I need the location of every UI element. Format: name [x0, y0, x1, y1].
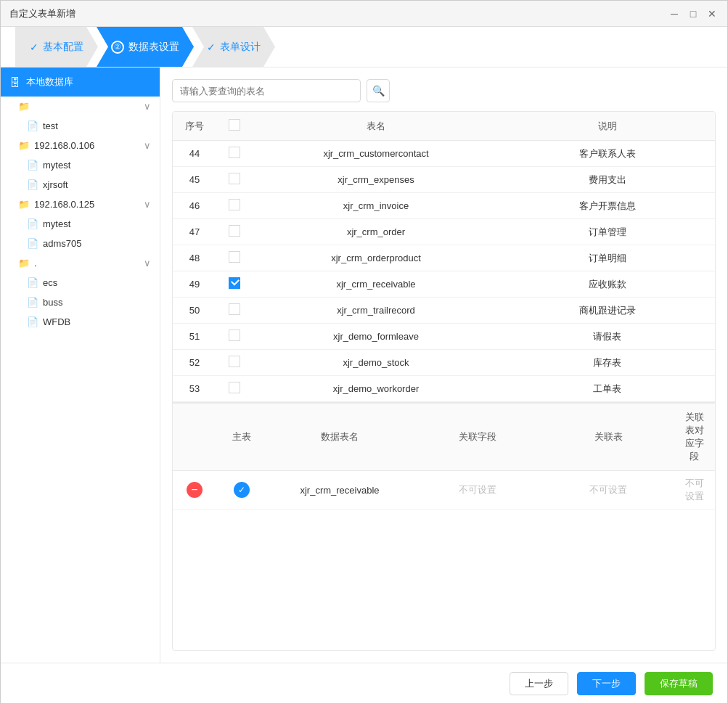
- col-header-main: 主表: [216, 403, 267, 471]
- prev-button[interactable]: 上一步: [510, 672, 568, 695]
- relation-table-disabled: 不可设置: [589, 484, 627, 495]
- sidebar-item-ip2-folder[interactable]: 📁 192.168.0.125 ∨: [1, 195, 160, 214]
- steps-bar: ✓ 基本配置 ② 数据表设置 ✓ 表单设计: [1, 27, 727, 67]
- seq-cell: 49: [173, 271, 216, 298]
- row-checkbox[interactable]: [229, 356, 240, 367]
- table-row: 48 xjr_crm_orderproduct 订单明细: [173, 245, 715, 271]
- desc-cell: 客户联系人表: [499, 141, 715, 167]
- sidebar-ip1-label: 192.168.0.106: [34, 140, 94, 151]
- sidebar-item-adms705[interactable]: 📄 adms705: [1, 234, 160, 253]
- search-button[interactable]: 🔍: [367, 79, 390, 102]
- chevron-down-icon: ∨: [144, 199, 151, 210]
- chevron-down-icon: ∨: [144, 101, 151, 112]
- sidebar-item-mytest2[interactable]: 📄 mytest: [1, 214, 160, 234]
- step-datasetting[interactable]: ② 数据表设置: [97, 27, 194, 67]
- table-row: 52 xjr_demo_stock 库存表: [173, 350, 715, 376]
- seq-cell: 46: [173, 193, 216, 219]
- desc-cell: 库存表: [499, 350, 715, 376]
- seq-cell: 48: [173, 245, 216, 271]
- sidebar-item-mytest1[interactable]: 📄 mytest: [1, 155, 160, 175]
- file-icon: 📄: [27, 179, 38, 190]
- select-all-checkbox[interactable]: [229, 119, 240, 131]
- desc-cell: 订单明细: [499, 245, 715, 271]
- sidebar-item-xjrsoft[interactable]: 📄 xjrsoft: [1, 175, 160, 195]
- sidebar-item-buss[interactable]: 📄 buss: [1, 292, 160, 312]
- close-button[interactable]: ✕: [705, 7, 719, 20]
- table-row: 46 xjr_crm_invoice 客户开票信息: [173, 193, 715, 219]
- footer: 上一步 下一步 保存草稿: [1, 663, 727, 703]
- sidebar-item-wfdb[interactable]: 📄 WFDB: [1, 312, 160, 332]
- row-checkbox[interactable]: [229, 251, 240, 263]
- col-header-datatablename: 数据表名: [267, 403, 412, 471]
- step-basic[interactable]: ✓ 基本配置: [15, 27, 98, 67]
- tablename-cell: xjr_crm_orderproduct: [253, 245, 499, 271]
- folder-icon: 📁: [18, 258, 30, 269]
- sidebar-item-ip1-folder[interactable]: 📁 192.168.0.106 ∨: [1, 136, 160, 155]
- col-header-relatedtable: 关联表: [543, 403, 674, 471]
- window-title: 自定义表单新增: [9, 7, 75, 20]
- col-header-relatedtablefield: 关联表对应字段: [674, 403, 715, 471]
- step-basic-icon: ✓: [30, 41, 38, 53]
- save-draft-button[interactable]: 保存草稿: [645, 672, 713, 695]
- window-controls: ─ □ ✕: [668, 7, 719, 20]
- desc-cell: 订单管理: [499, 219, 715, 245]
- file-icon: 📄: [27, 297, 38, 308]
- sidebar-item-root-folder[interactable]: 📁 ∨: [1, 97, 160, 116]
- remove-relation-button[interactable]: −: [187, 482, 203, 498]
- sidebar-adms705-label: adms705: [43, 238, 81, 249]
- checkbox-cell: [216, 245, 253, 271]
- seq-cell: 45: [173, 167, 216, 193]
- relation-table: 主表 数据表名 关联字段 关联表 关联表对应字段 −: [173, 402, 715, 509]
- sidebar-item-test[interactable]: 📄 test: [1, 116, 160, 136]
- next-button[interactable]: 下一步: [577, 672, 636, 695]
- relation-field-cell: 不可设置: [412, 471, 543, 509]
- search-bar: 🔍: [172, 79, 716, 102]
- sidebar-item-ecs[interactable]: 📄 ecs: [1, 273, 160, 292]
- desc-cell: 商机跟进记录: [499, 298, 715, 324]
- step-datasetting-num: ②: [111, 41, 124, 54]
- seq-cell: 53: [173, 376, 216, 402]
- table-row: 45 xjr_crm_expenses 费用支出: [173, 167, 715, 193]
- chevron-down-icon: ∨: [144, 140, 151, 151]
- row-checkbox[interactable]: [229, 173, 240, 184]
- row-checkbox[interactable]: [229, 199, 240, 210]
- seq-cell: 50: [173, 298, 216, 324]
- file-icon: 📄: [27, 238, 38, 249]
- col-header-desc: 说明: [499, 112, 715, 141]
- tablename-cell: xjr_demo_stock: [253, 350, 499, 376]
- table-row: 51 xjr_demo_formleave 请假表: [173, 324, 715, 350]
- sidebar-xjrsoft-label: xjrsoft: [43, 179, 68, 190]
- file-icon: 📄: [27, 120, 38, 131]
- col-header-remove: [173, 403, 216, 471]
- sidebar-mytest2-label: mytest: [43, 218, 70, 229]
- row-checkbox[interactable]: [229, 330, 240, 341]
- relation-tablefield-disabled: 不可设置: [685, 478, 704, 502]
- right-panel: 🔍 序号 表名 说明: [160, 67, 727, 663]
- step-basic-label: 基本配置: [43, 41, 83, 54]
- seq-cell: 51: [173, 324, 216, 350]
- tablename-cell: xjr_crm_trailrecord: [253, 298, 499, 324]
- file-icon: 📄: [27, 277, 38, 288]
- main-table-check-button[interactable]: ✓: [234, 482, 250, 498]
- checkbox-cell: [216, 376, 253, 402]
- maximize-button[interactable]: □: [687, 7, 700, 20]
- tablename-cell: xjr_demo_workorder: [253, 376, 499, 402]
- desc-cell: 应收账款: [499, 271, 715, 298]
- relation-main-cell: ✓: [216, 471, 267, 509]
- row-checkbox[interactable]: [229, 382, 240, 393]
- folder-icon: 📁: [18, 199, 30, 210]
- sidebar-mytest1-label: mytest: [43, 160, 70, 171]
- row-checkbox[interactable]: [229, 147, 240, 158]
- search-input[interactable]: [172, 79, 361, 102]
- row-checkbox[interactable]: [229, 225, 240, 237]
- table-row: 50 xjr_crm_trailrecord 商机跟进记录: [173, 298, 715, 324]
- desc-cell: 工单表: [499, 376, 715, 402]
- sidebar-ecs-label: ecs: [43, 277, 57, 288]
- minimize-button[interactable]: ─: [668, 7, 681, 20]
- row-checkbox[interactable]: [229, 277, 240, 289]
- row-checkbox[interactable]: [229, 303, 240, 315]
- step-formdesign[interactable]: ✓ 表单设计: [192, 27, 275, 67]
- folder-icon: 📁: [18, 101, 30, 112]
- sidebar-item-dot-folder[interactable]: 📁 . ∨: [1, 253, 160, 273]
- sidebar-dot-label: .: [34, 258, 37, 269]
